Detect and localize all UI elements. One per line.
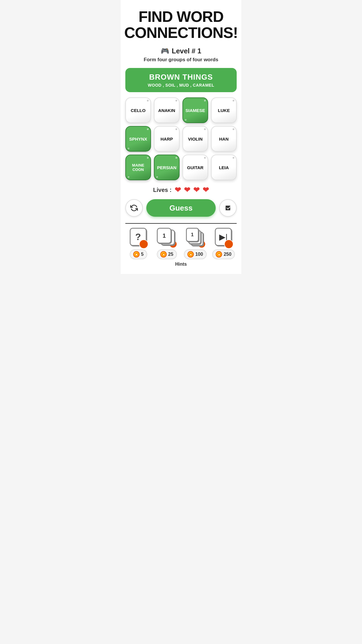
guess-button[interactable]: Guess <box>146 199 216 217</box>
svg-text:★: ★ <box>135 253 138 256</box>
lives-label: Lives : <box>153 187 171 193</box>
svg-text:★: ★ <box>218 253 220 256</box>
banner-words: WOOD , SOIL , MUD , CARAMEL <box>131 83 231 88</box>
coin-3: ★ <box>187 251 194 258</box>
heart-1: ❤ <box>175 186 181 195</box>
hint-cost-4: ★ 250 <box>212 249 235 259</box>
coin-4: ★ <box>216 251 222 258</box>
tile-han[interactable]: HAN <box>211 126 237 152</box>
hint-play[interactable]: ▶| ★ 250 <box>211 228 237 259</box>
coin-1: ★ <box>133 251 140 258</box>
hint-triple[interactable]: 3 2 1 ★ 100 <box>182 228 208 259</box>
hint-double[interactable]: 2 1 ★ 25 <box>154 228 180 259</box>
hint-cost-1: ★ 5 <box>130 249 147 259</box>
app-title: FIND WORD CONNECTIONS! <box>124 9 238 41</box>
tile-cello[interactable]: CELLO <box>125 97 151 123</box>
hint-orange-dot-4 <box>224 239 233 249</box>
hint-question[interactable]: ? ★ 5 <box>125 228 152 259</box>
banner-title: BROWN THINGS <box>131 73 231 82</box>
heart-3: ❤ <box>193 186 200 195</box>
lives-row: Lives : ❤ ❤ ❤ ❤ <box>153 186 209 195</box>
hint-double-icon: 2 1 <box>157 228 177 248</box>
tile-luke[interactable]: LUKE <box>211 97 237 123</box>
subtitle: Form four groups of four words <box>144 57 218 63</box>
hint-cost-2: ★ 25 <box>157 249 177 259</box>
tile-violin[interactable]: VIOLIN <box>182 126 208 152</box>
coin-2: ★ <box>160 251 167 258</box>
tile-anakin[interactable]: ANAKIN <box>154 97 180 123</box>
svg-text:★: ★ <box>162 253 165 256</box>
hint-cost-3: ★ 100 <box>184 249 207 259</box>
hint-play-icon: ▶| <box>214 228 233 248</box>
tile-sphynx[interactable]: SPHYNX <box>125 126 151 152</box>
level-label: Level # 1 <box>172 47 201 55</box>
actions-row: Guess <box>125 199 237 217</box>
svg-text:★: ★ <box>189 253 192 256</box>
solved-banner: BROWN THINGS WOOD , SOIL , MUD , CARAMEL <box>125 68 237 92</box>
tile-leia[interactable]: LEIA <box>211 155 237 180</box>
tile-maine-coon[interactable]: MAINECOON <box>125 155 151 180</box>
eraser-button[interactable] <box>219 199 237 217</box>
hints-label: Hints <box>125 262 237 269</box>
tile-siamese[interactable]: SIAMESE <box>182 97 208 123</box>
hint-orange-dot <box>139 239 148 249</box>
tile-persian[interactable]: PERSIAN <box>154 155 180 180</box>
game-screen: FIND WORD CONNECTIONS! 🎮 Level # 1 Form … <box>121 0 241 274</box>
hints-section: ? ★ 5 2 1 ★ <box>125 223 237 269</box>
level-row: 🎮 Level # 1 <box>161 47 201 55</box>
hint-triple-icon: 3 2 1 <box>185 228 205 248</box>
tile-guitar[interactable]: GUITAR <box>182 155 208 180</box>
tile-harp[interactable]: HARP <box>154 126 180 152</box>
level-icon: 🎮 <box>161 47 169 55</box>
hints-row: ? ★ 5 2 1 ★ <box>125 224 237 262</box>
tiles-grid: CELLO ANAKIN SIAMESE LUKE SPHYNX HARP VI… <box>125 97 237 180</box>
heart-2: ❤ <box>184 186 190 195</box>
heart-4: ❤ <box>203 186 209 195</box>
shuffle-button[interactable] <box>125 199 143 217</box>
